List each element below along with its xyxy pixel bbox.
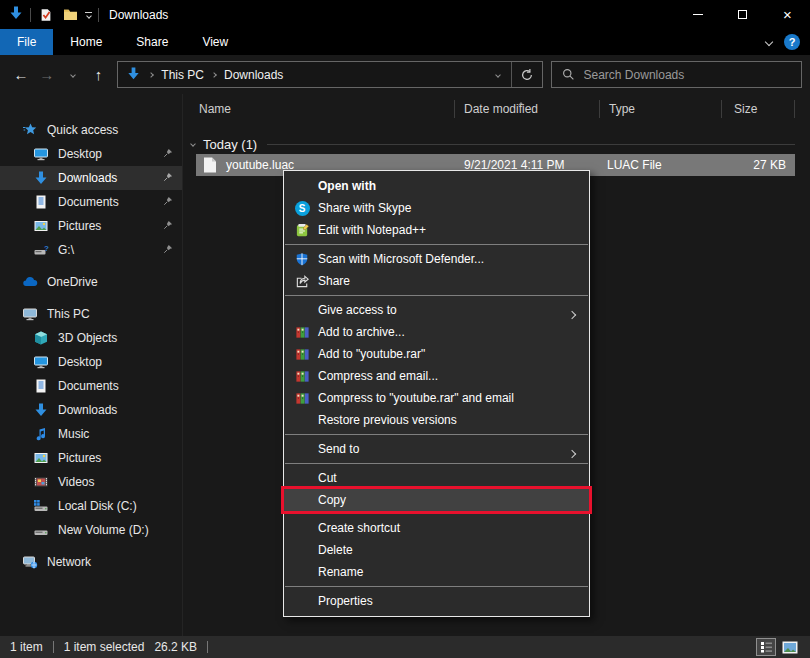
forward-button[interactable]: → [34,62,60,88]
customize-toolbar-chevron-icon[interactable] [85,12,92,18]
winrar-icon [294,390,310,406]
sidebar-item-label: Pictures [58,451,101,465]
column-separator[interactable] [454,100,455,118]
menu-item-label: Cut [318,471,337,485]
sidebar-item-label: Downloads [58,171,117,185]
window-title: Downloads [109,8,168,22]
menu-separator [285,434,588,435]
menu-item-restore-previous-versions[interactable]: Restore previous versions [284,409,589,431]
sidebar-item-pc-documents[interactable]: Documents [0,374,182,398]
menu-item-share-with-skype[interactable]: S Share with Skype [284,197,589,219]
desktop-icon [33,146,49,162]
column-separator[interactable] [721,100,722,118]
menu-item-label: Edit with Notepad++ [318,223,426,237]
menu-item-label: Copy [318,493,346,507]
context-menu: Open with S Share with Skype Edit with N… [283,170,590,617]
menu-separator [285,463,588,464]
sidebar-item-label: Downloads [58,403,117,417]
address-bar[interactable]: This PC Downloads [117,61,542,88]
film-icon [33,474,49,490]
svg-text:?: ? [44,244,49,253]
recent-locations-button[interactable] [60,62,86,88]
menu-item-label: Share with Skype [318,201,411,215]
drive-question-icon: ? [33,242,49,258]
menu-item-compress-and-email[interactable]: Compress and email... [284,365,589,387]
menu-item-share[interactable]: Share [284,270,589,292]
menu-item-edit-with-notepadpp[interactable]: Edit with Notepad++ [284,219,589,241]
refresh-button[interactable] [512,62,542,87]
sidebar-item-network[interactable]: Network [0,550,182,574]
sidebar-item-pc-downloads[interactable]: Downloads [0,398,182,422]
sidebar-item-documents[interactable]: Documents [0,190,182,214]
network-icon [22,554,38,570]
pin-icon [162,147,174,162]
sidebar-item-downloads[interactable]: Downloads [0,166,182,190]
expand-ribbon-chevron-icon[interactable] [765,38,773,46]
menu-item-give-access-to[interactable]: Give access to [284,299,589,321]
search-input[interactable] [584,68,764,82]
winrar-icon [294,368,310,384]
breadcrumb: This PC Downloads [118,66,485,84]
properties-quick-icon[interactable] [37,6,55,24]
new-folder-quick-icon[interactable] [61,6,79,24]
menu-item-properties[interactable]: Properties [284,590,589,612]
group-divider [267,144,795,145]
sidebar-item-quick-access[interactable]: Quick access [0,118,182,142]
downloads-location-icon [126,66,141,84]
tab-home[interactable]: Home [53,29,119,55]
minimize-button[interactable] [675,0,720,29]
menu-item-open-with[interactable]: Open with [284,175,589,197]
menu-item-send-to[interactable]: Send to [284,438,589,460]
menu-item-delete[interactable]: Delete [284,539,589,561]
address-dropdown-button[interactable] [486,62,512,87]
search-bar[interactable] [551,61,802,88]
column-header-size[interactable]: Size [734,102,757,116]
column-separator[interactable] [599,100,600,118]
maximize-button[interactable] [720,0,765,29]
menu-item-copy[interactable]: Copy [284,489,589,511]
up-icon: ↑ [95,66,103,83]
details-view-button[interactable] [756,638,776,656]
sidebar-item-g-drive[interactable]: ? G:\ [0,238,182,262]
menu-item-compress-to-youtube-rar-and-email[interactable]: Compress to "youtube.rar" and email [284,387,589,409]
menu-item-rename[interactable]: Rename [284,561,589,583]
help-icon[interactable]: ? [784,34,800,50]
menu-item-label: Compress and email... [318,369,438,383]
sidebar-item-desktop[interactable]: Desktop [0,142,182,166]
sidebar-item-pc-desktop[interactable]: Desktop [0,350,182,374]
sidebar-item-pictures[interactable]: Pictures [0,214,182,238]
menu-item-scan-with-defender[interactable]: Scan with Microsoft Defender... [284,248,589,270]
column-header-type[interactable]: Type [609,102,635,116]
tab-view[interactable]: View [185,29,245,55]
pin-icon [162,219,174,234]
sidebar-item-music[interactable]: Music [0,422,182,446]
up-button[interactable]: ↑ [85,62,111,88]
menu-item-label: Give access to [318,303,397,317]
close-icon: × [783,6,792,23]
back-button[interactable]: ← [8,62,34,88]
sidebar-item-videos[interactable]: Videos [0,470,182,494]
close-button[interactable]: × [765,0,810,29]
sidebar-item-new-volume-d[interactable]: New Volume (D:) [0,518,182,542]
column-header-name[interactable]: Name [199,102,231,116]
sidebar-item-pc-pictures[interactable]: Pictures [0,446,182,470]
tab-file[interactable]: File [0,29,53,55]
collapse-group-chevron-icon[interactable] [190,141,196,147]
menu-item-create-shortcut[interactable]: Create shortcut [284,517,589,539]
onedrive-cloud-icon [22,274,38,290]
column-header-date-modified[interactable]: Date modified [464,102,538,116]
breadcrumb-this-pc[interactable]: This PC [161,68,204,82]
sidebar-item-this-pc[interactable]: This PC [0,302,182,326]
column-separator[interactable] [794,100,795,118]
thumbnail-view-button[interactable] [780,638,800,656]
tab-share[interactable]: Share [119,29,185,55]
menu-item-add-to-youtube-rar[interactable]: Add to "youtube.rar" [284,343,589,365]
documents-icon [33,194,49,210]
breadcrumb-downloads[interactable]: Downloads [224,68,283,82]
menu-item-cut[interactable]: Cut [284,467,589,489]
menu-item-add-to-archive[interactable]: Add to archive... [284,321,589,343]
group-header-today[interactable]: Today (1) [183,134,810,154]
sidebar-item-local-disk-c[interactable]: Local Disk (C:) [0,494,182,518]
sidebar-item-onedrive[interactable]: OneDrive [0,270,182,294]
sidebar-item-3d-objects[interactable]: 3D Objects [0,326,182,350]
